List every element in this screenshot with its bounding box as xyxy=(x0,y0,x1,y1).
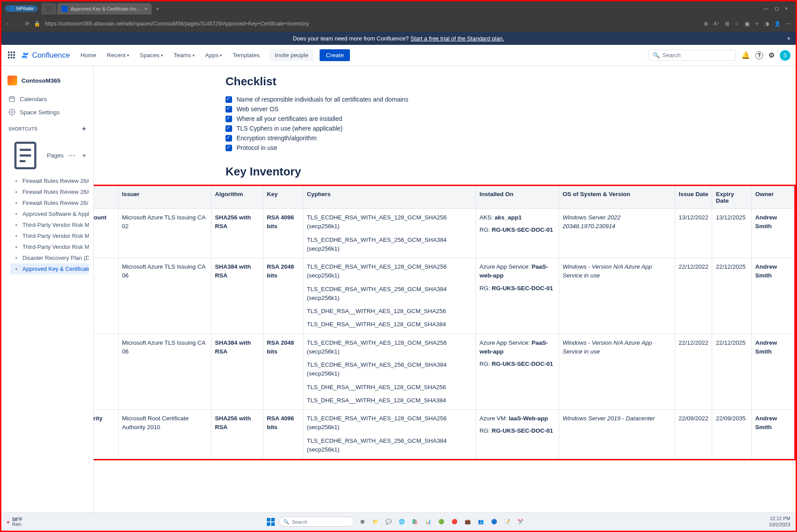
browser-tab-bar: 👤InPrivate Approved Key & Certificate In… xyxy=(1,1,796,16)
maximize-icon[interactable]: ▢ xyxy=(775,6,779,11)
zoom-icon[interactable]: ⊕ xyxy=(704,21,708,27)
tab-blank[interactable] xyxy=(41,3,56,15)
page-tree-item[interactable]: Disaster Recovery Plan (DRP) xyxy=(10,252,89,263)
nav-teams[interactable]: Teams▾ xyxy=(170,50,198,60)
invite-people-button[interactable]: Invite people xyxy=(269,49,314,61)
page-tree-item[interactable]: Approved Software & Applications... xyxy=(10,208,89,219)
tab-active[interactable]: Approved Key & Certificate Inv... × xyxy=(57,3,152,15)
taskbar-store-icon[interactable]: 🛍️ xyxy=(410,517,420,527)
favorite-icon[interactable]: ☆ xyxy=(735,21,739,27)
taskbar-app-icon[interactable]: 🔵 xyxy=(489,517,499,527)
taskbar-app-icon[interactable]: 📁 xyxy=(371,517,380,527)
back-icon[interactable]: ← xyxy=(6,21,11,27)
table-row: Microsoft Root Certificate Authority 201… xyxy=(94,410,794,459)
cell-name: Microsoft Root Certificate Authority 201… xyxy=(94,410,118,459)
checked-icon[interactable] xyxy=(226,96,232,103)
page-icon xyxy=(8,138,42,172)
table-column-header: Issuer xyxy=(118,186,211,209)
window-controls: — ▢ × xyxy=(764,6,792,11)
browser-url-bar: ← → ⟳ 🔒 https://contosom365.atlassian.ne… xyxy=(1,16,796,32)
taskbar-word-icon[interactable]: 📝 xyxy=(502,517,512,527)
taskbar-app-icon[interactable]: 💬 xyxy=(384,517,393,527)
read-aloud-icon[interactable]: A⁺ xyxy=(713,21,720,27)
taskbar-app-icon[interactable]: 📊 xyxy=(423,517,433,527)
page-tree-item[interactable]: Firewall Rules Review 26/03/2023 xyxy=(10,186,89,197)
space-icon xyxy=(7,76,17,85)
svg-rect-10 xyxy=(271,518,275,521)
banner-link[interactable]: Start a free trial of the Standard plan. xyxy=(411,35,504,42)
profile-icon[interactable]: 👤 xyxy=(774,21,781,27)
taskbar-teams-icon[interactable]: 👥 xyxy=(476,517,486,527)
forward-icon[interactable]: → xyxy=(15,21,21,27)
page-tree-item[interactable]: Firewall Rules Review 26/10/2022 xyxy=(10,197,89,208)
svg-rect-11 xyxy=(267,522,270,526)
taskbar-chrome-icon[interactable]: 🔴 xyxy=(450,517,459,527)
cell-issuer: Microsoft Azure TLS Issuing CA 06 xyxy=(118,258,211,334)
taskbar-weather[interactable]: ● 58°F Rain xyxy=(7,517,22,527)
extensions-icon[interactable]: ✧ xyxy=(755,21,759,27)
page-tree-item[interactable]: Third-Party Vendor Risk Managem... xyxy=(10,219,89,230)
refresh-icon[interactable]: ⟳ xyxy=(25,21,29,27)
taskbar-app-icon[interactable]: 💼 xyxy=(463,517,473,527)
url-field[interactable]: https://contosom365.atlassian.net/wiki/s… xyxy=(45,21,699,27)
banner-close-icon[interactable]: × xyxy=(787,35,790,42)
page-tree-item[interactable]: Approved Key & Certificate Invent... xyxy=(10,263,89,274)
add-page-icon[interactable]: + xyxy=(82,152,86,160)
settings-icon[interactable]: ⚙ xyxy=(768,51,775,59)
search-input[interactable]: 🔍 Search xyxy=(648,50,736,61)
cell-name: tls_key xyxy=(94,334,118,410)
help-icon[interactable]: ? xyxy=(755,51,763,59)
nav-home[interactable]: Home xyxy=(77,50,100,60)
close-window-icon[interactable]: × xyxy=(785,6,788,11)
cell-name: application_369421_service_account xyxy=(94,209,118,258)
nav-recent[interactable]: Recent▾ xyxy=(103,50,133,60)
checked-icon[interactable] xyxy=(226,106,232,113)
pages-header[interactable]: Pages ⋯ + xyxy=(6,135,89,175)
cell-installed: Azure VM: IaaS-Web-appRG: RG-UKS-SEC-DOC… xyxy=(476,410,559,459)
avatar[interactable]: S xyxy=(780,50,790,61)
checked-icon[interactable] xyxy=(226,135,232,142)
page-tree-item[interactable]: Third-Party Vendor Risk Managem... xyxy=(10,241,89,252)
app-switcher-icon[interactable] xyxy=(7,50,17,61)
collections-icon[interactable]: ▣ xyxy=(745,21,750,27)
nav-apps[interactable]: Apps▾ xyxy=(202,50,226,60)
chevron-down-icon: ▾ xyxy=(220,53,222,58)
nav-spaces[interactable]: Spaces▾ xyxy=(136,50,167,60)
table-column-header: Algorithm xyxy=(211,186,263,209)
checked-icon[interactable] xyxy=(226,116,232,122)
inprivate-badge: 👤InPrivate xyxy=(5,5,38,12)
cell-owner: Andrew Smith xyxy=(751,258,794,334)
cell-os: Windows Server 2022 20348.1970.230914 xyxy=(559,209,675,258)
checklist-item: Web server OS xyxy=(226,104,691,114)
confluence-logo[interactable]: Confluence xyxy=(21,51,70,60)
nav-templates[interactable]: Templates xyxy=(229,50,263,60)
task-view-icon[interactable]: ⊞ xyxy=(357,517,367,527)
taskbar-clock[interactable]: 12:12 PM 10/2/2023 xyxy=(769,516,790,527)
sidebar-space-settings[interactable]: Space Settings xyxy=(6,106,89,119)
page-tree-item[interactable]: Third-Party Vendor Risk Managem... xyxy=(10,230,89,241)
minimize-icon[interactable]: — xyxy=(764,6,768,11)
checked-icon[interactable] xyxy=(226,145,232,151)
tab-title: Approved Key & Certificate Inv... xyxy=(70,6,140,11)
checked-icon[interactable] xyxy=(226,125,232,132)
notifications-icon[interactable]: 🔔 xyxy=(741,51,750,59)
pages-more-icon[interactable]: ⋯ xyxy=(68,151,75,160)
sidebar-calendars[interactable]: Calendars xyxy=(6,92,89,106)
checklist-item: Where all your certificates are installe… xyxy=(226,114,691,124)
more-icon[interactable]: ⋯ xyxy=(786,21,791,27)
addons-icon[interactable]: ⊞ xyxy=(725,21,729,27)
taskbar-snip-icon[interactable]: ✂️ xyxy=(516,517,525,527)
add-shortcut-icon[interactable]: + xyxy=(82,125,86,133)
upsell-banner: Does your team need more from Confluence… xyxy=(1,32,796,45)
start-icon[interactable] xyxy=(266,517,276,527)
tab-close-icon[interactable]: × xyxy=(145,6,147,11)
create-button[interactable]: Create xyxy=(320,49,350,61)
taskbar-search[interactable]: 🔍Search xyxy=(279,517,354,527)
new-tab-button[interactable]: + xyxy=(153,6,162,11)
taskbar-edge-icon[interactable]: 🌐 xyxy=(397,517,407,527)
space-header[interactable]: ContosoM365 xyxy=(6,73,89,92)
page-tree-item[interactable]: Firewall Rules Review 26/09/2023 xyxy=(10,175,89,186)
taskbar-app-icon[interactable]: 🟢 xyxy=(437,517,446,527)
copilot-icon[interactable]: ◑ xyxy=(764,21,769,27)
cell-issue-date: 22/12/2022 xyxy=(675,334,712,410)
